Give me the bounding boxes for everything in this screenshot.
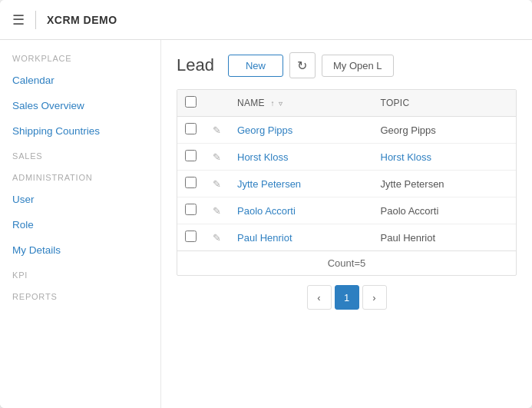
sidebar-item-calendar[interactable]: Calendar <box>0 68 160 93</box>
cell-checkbox-1 <box>177 144 205 171</box>
cell-edit-0: ✎ <box>205 117 230 144</box>
main-content: Lead New ↻ My Open L <box>161 40 532 408</box>
cell-edit-1: ✎ <box>205 144 230 171</box>
cell-name-0[interactable]: Georg Pipps <box>230 117 373 144</box>
page-1-button[interactable]: 1 <box>335 285 359 310</box>
col-topic: TOPIC <box>373 90 517 117</box>
col-name-label: NAME <box>237 98 265 108</box>
sidebar-item-sales-overview[interactable]: Sales Overview <box>0 93 160 118</box>
sidebar-section-sales: SALES <box>0 144 160 165</box>
sidebar: WORKPLACE Calendar Sales Overview Shippi… <box>0 40 161 408</box>
cell-topic-0: Georg Pipps <box>373 117 517 144</box>
edit-icon-2[interactable]: ✎ <box>213 178 221 190</box>
cell-topic-1: Horst Kloss <box>373 144 517 171</box>
sidebar-item-user[interactable]: User <box>0 187 160 212</box>
sidebar-item-role[interactable]: Role <box>0 212 160 237</box>
col-checkbox <box>177 90 205 117</box>
filter-icon[interactable]: ▿ <box>279 99 283 108</box>
edit-icon-0[interactable]: ✎ <box>213 124 221 136</box>
next-page-button[interactable]: › <box>362 285 387 310</box>
row-checkbox-2[interactable] <box>185 177 197 188</box>
toolbar: Lead New ↻ My Open L <box>177 52 517 78</box>
cell-checkbox-2 <box>177 171 205 197</box>
header-divider <box>35 11 36 29</box>
count-label: Count=5 <box>328 257 366 269</box>
sidebar-section-reports: REPORTS <box>0 284 160 306</box>
table-row: ✎ Paul Henriot Paul Henriot <box>177 224 516 251</box>
body: WORKPLACE Calendar Sales Overview Shippi… <box>0 40 532 408</box>
col-topic-label: TOPIC <box>381 98 410 108</box>
table-row: ✎ Paolo Accorti Paolo Accorti <box>177 197 516 224</box>
edit-icon-4[interactable]: ✎ <box>213 232 221 244</box>
sidebar-section-kpi: KPI <box>0 263 160 284</box>
sidebar-section-workplace: WORKPLACE <box>0 46 160 68</box>
sort-icon[interactable]: ↑ <box>271 99 275 108</box>
table-row: ✎ Horst Kloss Horst Kloss <box>177 144 516 171</box>
cell-name-4[interactable]: Paul Henriot <box>230 224 373 251</box>
row-checkbox-0[interactable] <box>185 123 197 134</box>
filter-button[interactable]: My Open L <box>322 55 394 77</box>
table-footer: Count=5 <box>177 250 516 275</box>
cell-topic-2: Jytte Petersen <box>373 171 517 197</box>
cell-checkbox-3 <box>177 197 205 224</box>
hamburger-icon[interactable]: ☰ <box>12 12 25 28</box>
cell-edit-4: ✎ <box>205 224 230 251</box>
page-title: Lead <box>177 55 214 75</box>
pagination: ‹ 1 › <box>177 285 517 310</box>
cell-edit-3: ✎ <box>205 197 230 224</box>
row-checkbox-1[interactable] <box>185 150 197 161</box>
cell-topic-4: Paul Henriot <box>373 224 517 251</box>
cell-name-2[interactable]: Jytte Petersen <box>230 171 373 197</box>
sidebar-section-admin: ADMINISTRATION <box>0 165 160 187</box>
new-button[interactable]: New <box>228 55 283 77</box>
prev-page-button[interactable]: ‹ <box>307 285 332 310</box>
col-edit <box>205 90 230 117</box>
header: ☰ XCRM DEMO <box>0 0 532 40</box>
cell-name-3[interactable]: Paolo Accorti <box>230 197 373 224</box>
refresh-icon: ↻ <box>297 58 307 73</box>
app-container: ☰ XCRM DEMO WORKPLACE Calendar Sales Ove… <box>0 0 532 408</box>
refresh-button[interactable]: ↻ <box>289 52 316 78</box>
cell-checkbox-4 <box>177 224 205 251</box>
cell-checkbox-0 <box>177 117 205 144</box>
row-checkbox-3[interactable] <box>185 204 197 215</box>
sidebar-item-shipping-countries[interactable]: Shipping Countries <box>0 118 160 144</box>
table-row: ✎ Jytte Petersen Jytte Petersen <box>177 171 516 197</box>
table-row: ✎ Georg Pipps Georg Pipps <box>177 117 516 144</box>
edit-icon-1[interactable]: ✎ <box>213 151 221 163</box>
cell-edit-2: ✎ <box>205 171 230 197</box>
row-checkbox-4[interactable] <box>185 231 197 242</box>
leads-table: NAME ↑ ▿ TOPIC ✎ <box>177 89 517 276</box>
sidebar-item-my-details[interactable]: My Details <box>0 237 160 263</box>
col-name[interactable]: NAME ↑ ▿ <box>230 90 373 117</box>
cell-topic-3: Paolo Accorti <box>373 197 517 224</box>
edit-icon-3[interactable]: ✎ <box>213 205 221 217</box>
header-title: XCRM DEMO <box>47 14 117 26</box>
select-all-checkbox[interactable] <box>185 96 197 108</box>
cell-name-1[interactable]: Horst Kloss <box>230 144 373 171</box>
